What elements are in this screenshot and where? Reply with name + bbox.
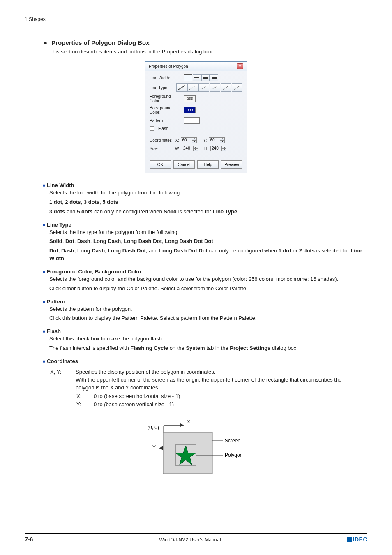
xy-label: X, Y: [50,368,75,409]
diagram-x-label: X [187,419,190,425]
h-input[interactable]: 240 [210,146,222,151]
pattern-label: Pattern: [150,118,182,123]
linetype-label: Line Type: [150,86,174,90]
linetype-note: Dot, Dash, Long Dash, Long Dash Dot, and… [49,247,367,263]
spin-up-icon[interactable]: ▴ [221,146,226,148]
square-bullet-icon: ■ [43,269,45,274]
y-input[interactable]: 60 [209,137,220,143]
diagram-origin-label: (0, 0) [148,425,159,430]
square-bullet-icon: ■ [43,183,45,187]
svg-line-5 [234,86,240,90]
svg-line-4 [223,86,229,90]
svg-line-3 [212,86,218,90]
coordinates-table: X, Y: Specifies the display position of … [49,368,367,410]
page-footer: 7-6 WindO/I-NV2 User's Manual IDEC [25,533,367,543]
flash-checkbox[interactable] [150,126,154,131]
fgbg-desc2: Click either button to display the Color… [49,285,367,293]
section-fgbg: ■Foreground Color, Background Color Sele… [43,268,367,293]
diagram-polygon-label: Polygon [225,452,242,458]
intro-text: This section describes items and buttons… [49,49,367,55]
square-bullet-icon: ■ [43,299,45,304]
preview-button[interactable]: Preview [221,160,242,169]
page-number: 7-6 [25,536,33,543]
x-range-val: 0 to (base screen horizontal size - 1) [94,393,188,400]
section-pattern: ■Pattern Selects the pattern for the pol… [43,298,367,323]
pattern-desc1: Selects the pattern for the polygon. [49,305,367,313]
section-title: Pattern [47,298,65,305]
spin-down-icon[interactable]: ▾ [192,140,197,143]
pattern-desc2: Click this button to display the Pattern… [49,314,367,322]
spin-down-icon[interactable]: ▾ [221,148,226,151]
linewidth-1dot-button[interactable] [184,74,192,81]
section-title: Foreground Color, Background Color [47,268,141,275]
pattern-button[interactable] [184,117,200,124]
help-button[interactable]: Help [197,160,219,169]
fgbg-desc1: Selects the foreground color and the bac… [49,275,367,283]
bg-color-button[interactable]: 000 [184,107,196,113]
bullet-icon: ● [44,39,47,46]
dialog-container: Properties of Polygon x Line Width: Line… [25,61,367,173]
linewidth-5dot-button[interactable] [210,74,218,81]
linetype-longdash-button[interactable] [210,83,220,92]
spin-down-icon[interactable]: ▾ [193,148,198,151]
section-title: Flash [47,328,61,334]
svg-line-1 [189,86,196,90]
fg-color-button[interactable]: 255 [184,95,196,102]
diagram-screen-label: Screen [225,438,240,444]
close-icon[interactable]: x [237,63,243,69]
fg-label: Foreground Color: [150,94,182,103]
section-title: Coordinates [47,358,78,364]
bg-label: Background Color: [150,106,182,115]
w-input[interactable]: 240 [182,146,194,151]
linewidth-buttons [184,74,218,81]
x-input[interactable]: 60 [181,137,192,143]
section-flash: ■Flash Select this check box to make the… [43,328,367,352]
logo-square-icon [347,537,352,542]
size-label: Size [150,146,173,151]
y-range-val: 0 to (base screen vertical size - 1) [94,401,188,409]
manual-name: WindO/I-NV2 User's Manual [159,537,221,543]
x-range-label: X: [76,393,93,400]
linetype-desc: Selects the line type for the polygon fr… [49,229,367,236]
idec-logo: IDEC [347,536,367,543]
linewidth-3dot-button[interactable] [201,74,210,81]
y-spinner[interactable]: 60 ▴▾ [209,137,225,143]
square-bullet-icon: ■ [43,329,45,333]
h-spinner[interactable]: 240 ▴▾ [210,146,226,151]
section-linewidth: ■Line Width Selects the line width for t… [43,182,367,216]
spin-down-icon[interactable]: ▾ [220,140,225,143]
linetype-longdashdot-button[interactable] [221,83,231,92]
svg-line-0 [178,86,185,90]
section-linetype: ■Line Type Selects the line type for the… [43,222,367,263]
linetype-solid-button[interactable] [176,83,187,92]
dialog-titlebar: Properties of Polygon x [145,62,247,71]
heading-text: Properties of Polygon Dialog Box [51,39,149,46]
spin-up-icon[interactable]: ▴ [220,137,225,140]
x-spinner[interactable]: 60 ▴▾ [181,137,197,143]
linewidth-2dot-button[interactable] [193,74,201,81]
coords-p1: Specifies the display position of the po… [76,368,358,376]
logo-text: IDEC [353,536,367,543]
dialog-body: Line Width: Line Type: [145,71,247,157]
spin-up-icon[interactable]: ▴ [192,137,197,140]
page-header: 1 Shapes [25,16,367,25]
linetype-longdashdotdot-button[interactable] [232,83,242,92]
chapter-label: 1 Shapes [25,16,46,22]
y-label: Y: [203,138,207,143]
linetype-dash-button[interactable] [198,83,209,92]
cancel-button[interactable]: Cancel [173,160,195,169]
linetype-buttons [176,83,242,92]
w-spinner[interactable]: 240 ▴▾ [182,146,198,151]
dialog-title-text: Properties of Polygon [149,64,188,69]
square-bullet-icon: ■ [43,222,45,227]
spin-up-icon[interactable]: ▴ [193,146,198,148]
linetype-options: Solid, Dot, Dash, Long Dash, Long Dash D… [49,238,367,245]
linetype-dot-button[interactable] [187,83,198,92]
ok-button[interactable]: OK [150,160,171,169]
w-label: W: [175,146,180,151]
x-label: X: [175,138,179,143]
diagram-y-label: Y [152,444,156,450]
main-heading: ● Properties of Polygon Dialog Box [44,39,367,46]
linewidth-label: Line Width: [150,76,182,80]
linewidth-note: 3 dots and 5 dots can only be configured… [49,208,367,216]
